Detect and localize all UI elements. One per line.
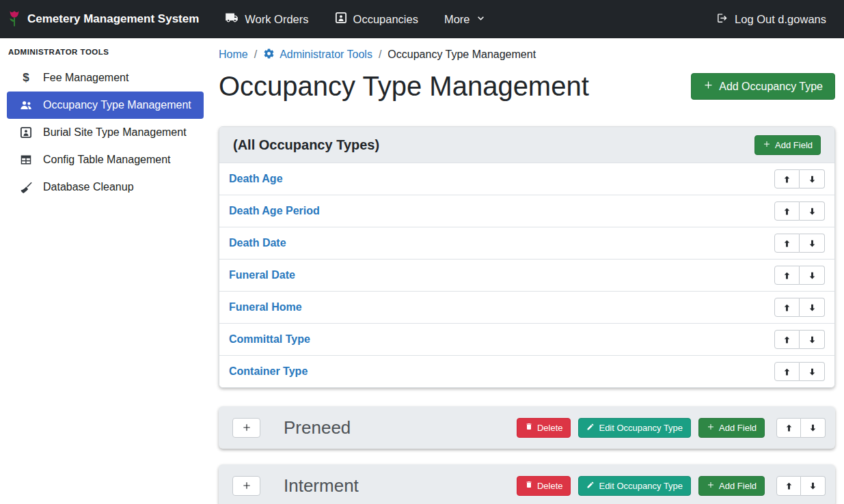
add-field-button[interactable]: Add Field <box>698 418 765 438</box>
sidebar-heading: Administrator Tools <box>0 46 210 64</box>
sidebar-item-label: Config Table Management <box>43 154 171 166</box>
sidebar-item-fee-management[interactable]: $ Fee Management <box>7 64 204 92</box>
breadcrumb-home-link[interactable]: Home <box>219 48 248 61</box>
arrow-down-icon <box>808 175 817 184</box>
move-up-button[interactable] <box>774 362 800 381</box>
pencil-icon <box>586 423 595 433</box>
add-field-button[interactable]: Add Field <box>698 476 765 496</box>
field-row: Death Age <box>219 163 834 195</box>
arrow-up-icon <box>785 481 793 490</box>
sidebar-item-database-cleanup[interactable]: Database Cleanup <box>7 173 204 201</box>
field-link[interactable]: Committal Type <box>229 333 310 346</box>
arrow-down-icon <box>808 367 817 376</box>
section-title: Preneed <box>284 417 517 438</box>
sidebar-item-label: Occupancy Type Management <box>43 99 191 111</box>
move-up-button[interactable] <box>774 169 800 188</box>
plus-icon <box>242 423 251 432</box>
field-link[interactable]: Container Type <box>229 365 308 378</box>
move-down-button[interactable] <box>800 201 825 221</box>
field-row: Funeral Date <box>219 259 834 291</box>
delete-button[interactable]: Delete <box>517 418 571 438</box>
sidebar-item-label: Burial Site Type Management <box>43 126 187 139</box>
move-up-button[interactable] <box>774 298 800 317</box>
reorder-buttons <box>774 298 825 317</box>
plus-icon <box>763 140 771 150</box>
move-down-button[interactable] <box>800 169 825 188</box>
users-icon <box>18 100 34 111</box>
arrow-up-icon <box>782 271 791 280</box>
nav-work-orders-label: Work Orders <box>245 13 308 26</box>
sidebar-item-config-table-management[interactable]: Config Table Management <box>7 146 204 173</box>
logout-button[interactable]: Log Out d.gowans <box>716 12 826 27</box>
sidebar-item-occupancy-type-management[interactable]: Occupancy Type Management <box>7 92 204 119</box>
add-occupancy-type-label: Add Occupancy Type <box>719 81 823 93</box>
delete-label: Delete <box>537 481 563 491</box>
dollar-icon: $ <box>18 71 34 85</box>
sidebar-item-label: Fee Management <box>43 72 128 84</box>
arrow-down-icon <box>808 207 817 216</box>
expand-button[interactable] <box>232 476 260 496</box>
breadcrumb-separator: / <box>379 48 381 61</box>
section-actions: Delete Edit Occupancy Type Add Field <box>517 418 826 438</box>
nav-more-label: More <box>444 13 470 26</box>
breadcrumb: Home / Administrator Tools / Occupancy T… <box>219 46 835 63</box>
card-title: (All Occupancy Types) <box>233 137 379 153</box>
move-down-button[interactable] <box>800 266 825 285</box>
all-occupancy-types-header: (All Occupancy Types) Add Field <box>219 127 834 163</box>
breadcrumb-admin-tools-label: Administrator Tools <box>280 48 372 61</box>
nav-more[interactable]: More <box>444 13 485 26</box>
field-link[interactable]: Death Age <box>229 173 283 185</box>
move-up-button[interactable] <box>776 476 801 496</box>
sidebar: Administrator Tools $ Fee Management Occ… <box>0 38 210 504</box>
edit-occupancy-type-label: Edit Occupancy Type <box>599 423 683 433</box>
flower-logo-icon <box>7 9 22 30</box>
move-up-button[interactable] <box>776 418 801 438</box>
section-actions: Delete Edit Occupancy Type Add Field <box>517 476 826 496</box>
move-up-button[interactable] <box>774 234 800 253</box>
nav-occupancies[interactable]: Occupancies <box>335 12 418 27</box>
section-interment: Interment Delete Edit Occupancy Type Add… <box>219 464 835 504</box>
all-occupancy-types-card: (All Occupancy Types) Add Field Death Ag… <box>219 126 835 388</box>
pencil-icon <box>586 481 595 491</box>
arrow-down-icon <box>808 481 817 490</box>
move-down-button[interactable] <box>801 476 826 496</box>
move-down-button[interactable] <box>800 298 825 317</box>
sidebar-item-burial-site-type-management[interactable]: Burial Site Type Management <box>7 119 204 146</box>
trash-icon <box>525 422 533 433</box>
edit-occupancy-type-button[interactable]: Edit Occupancy Type <box>578 476 691 496</box>
arrow-up-icon <box>782 239 791 248</box>
move-up-button[interactable] <box>774 330 800 349</box>
truck-icon <box>225 12 239 26</box>
nav-work-orders[interactable]: Work Orders <box>225 12 308 26</box>
field-link[interactable]: Funeral Home <box>229 301 302 313</box>
add-field-button[interactable]: Add Field <box>754 135 821 155</box>
arrow-down-icon <box>808 303 817 312</box>
reorder-buttons <box>774 201 825 221</box>
field-link[interactable]: Funeral Date <box>229 269 295 281</box>
breadcrumb-admin-tools-link[interactable]: Administrator Tools <box>263 48 372 62</box>
reorder-buttons <box>774 234 825 253</box>
logout-label: Log Out d.gowans <box>735 13 826 26</box>
add-occupancy-type-button[interactable]: Add Occupancy Type <box>691 73 835 100</box>
plus-icon <box>242 481 251 490</box>
delete-button[interactable]: Delete <box>517 476 571 496</box>
expand-button[interactable] <box>232 418 260 438</box>
edit-occupancy-type-button[interactable]: Edit Occupancy Type <box>578 418 691 438</box>
app-brand[interactable]: Cemetery Management System <box>7 9 199 30</box>
move-down-button[interactable] <box>800 362 825 381</box>
move-up-button[interactable] <box>774 266 800 285</box>
field-row: Committal Type <box>219 323 834 355</box>
move-down-button[interactable] <box>801 418 826 438</box>
field-link[interactable]: Death Date <box>229 237 286 249</box>
move-up-button[interactable] <box>774 201 800 221</box>
move-down-button[interactable] <box>800 330 825 349</box>
field-row: Death Age Period <box>219 195 834 227</box>
arrow-down-icon <box>808 239 817 248</box>
field-link[interactable]: Death Age Period <box>229 205 320 217</box>
move-down-button[interactable] <box>800 234 825 253</box>
trash-icon <box>525 480 533 491</box>
arrow-up-icon <box>782 207 791 216</box>
plus-icon <box>707 481 715 491</box>
top-navbar: Cemetery Management System Work Orders O… <box>0 0 844 38</box>
delete-label: Delete <box>537 423 563 433</box>
